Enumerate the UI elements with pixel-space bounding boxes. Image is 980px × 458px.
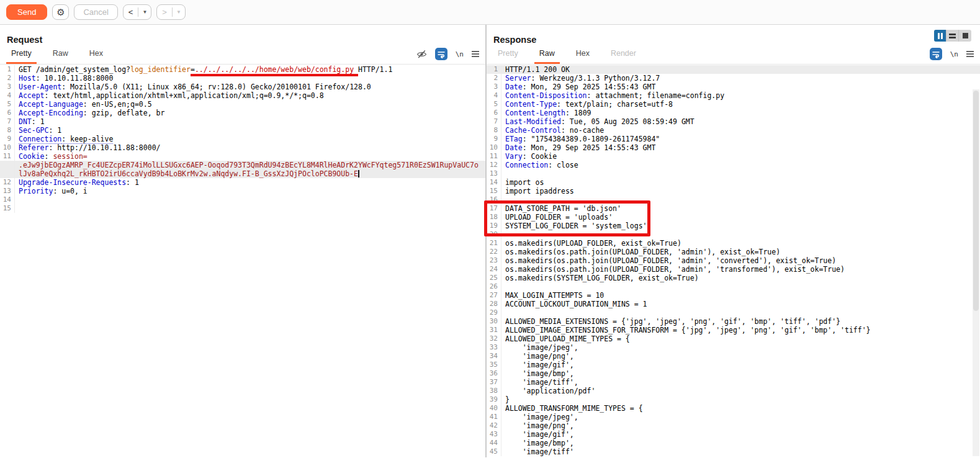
menu-icon[interactable] bbox=[472, 51, 479, 57]
code-line[interactable]: 3Date: Mon, 29 Sep 2025 14:55:43 GMT bbox=[487, 83, 980, 91]
back-navigation-button[interactable]: < ▼ bbox=[123, 4, 152, 20]
code-line[interactable]: 36 'image/bmp', bbox=[487, 369, 980, 378]
code-line[interactable]: 34 'image/png', bbox=[487, 352, 980, 361]
line-number: 2 bbox=[487, 74, 501, 83]
code-line[interactable]: 21os.makedirs(UPLOAD_FOLDER, exist_ok=Tr… bbox=[487, 239, 980, 248]
tab-hex[interactable]: Hex bbox=[84, 46, 108, 64]
code-line[interactable]: 6Content-Length: 1809 bbox=[487, 109, 980, 117]
code-line[interactable]: 22os.makedirs(os.path.join(UPLOAD_FOLDER… bbox=[487, 248, 980, 256]
tab-raw[interactable]: Raw bbox=[534, 46, 560, 64]
code-line[interactable]: 25os.makedirs(SYSTEM_LOG_FOLDER, exist_o… bbox=[487, 274, 980, 282]
forward-dropdown-icon[interactable]: ▼ bbox=[173, 9, 185, 15]
code-line[interactable]: 37 'image/tiff', bbox=[487, 378, 980, 387]
scrollbar-thumb[interactable] bbox=[973, 91, 979, 311]
code-line[interactable]: 27MAX_LOGIN_ATTEMPTS = 10 bbox=[487, 291, 980, 300]
code-text: ETag: "1754384389.0-1809-2611745984" bbox=[501, 135, 660, 143]
tab-render[interactable]: Render bbox=[606, 46, 641, 64]
code-line[interactable]: 6Accept-Encoding: gzip, deflate, br bbox=[0, 109, 485, 117]
code-line[interactable]: 2Server: Werkzeug/3.1.3 Python/3.12.7 bbox=[487, 74, 980, 83]
tab-pretty[interactable]: Pretty bbox=[493, 46, 523, 64]
code-line[interactable]: .eJw9jbEOgzAMRP_Fc4UEZcpER74iMolLLSUGxc6… bbox=[0, 161, 485, 169]
tab-raw[interactable]: Raw bbox=[48, 46, 73, 64]
code-line[interactable]: 12Upgrade-Insecure-Requests: 1 bbox=[0, 178, 485, 187]
code-line[interactable]: 4Content-Disposition: attachment; filena… bbox=[487, 91, 980, 100]
columns-layout-icon[interactable] bbox=[934, 30, 946, 42]
code-line[interactable]: lJv8aPeQxhq2L_rkHBTO2irU6ccaVydB9b4LoBKr… bbox=[0, 169, 485, 178]
code-line[interactable]: 40ALLOWED_TRANSFORM_MIME_TYPES = { bbox=[487, 404, 980, 413]
code-text: MAX_LOGIN_ATTEMPTS = 10 bbox=[501, 291, 604, 300]
code-text bbox=[15, 195, 19, 204]
cancel-button[interactable]: Cancel bbox=[74, 4, 117, 20]
code-line[interactable]: 30ALLOWED_MEDIA_EXTENSIONS = {'jpg', 'jp… bbox=[487, 317, 980, 326]
code-line[interactable]: 1GET /admin/get_system_log?log_identifie… bbox=[0, 65, 485, 74]
code-line[interactable]: 3User-Agent: Mozilla/5.0 (X11; Linux x86… bbox=[0, 83, 485, 91]
rows-layout-icon[interactable] bbox=[946, 30, 959, 42]
code-line[interactable]: 14 bbox=[0, 195, 485, 204]
code-line[interactable]: 13 bbox=[487, 169, 980, 178]
code-line[interactable]: 31ALLOWED_IMAGE_EXTENSIONS_FOR_TRANSFORM… bbox=[487, 326, 980, 335]
code-line[interactable]: 5Accept-Language: en-US,en;q=0.5 bbox=[0, 100, 485, 109]
code-line[interactable]: 4Accept: text/html,application/xhtml+xml… bbox=[0, 91, 485, 100]
code-line[interactable]: 43 'image/gif', bbox=[487, 430, 980, 439]
code-line[interactable]: 35 'image/gif', bbox=[487, 361, 980, 369]
response-editor[interactable]: 1HTTP/1.1 200 OK2Server: Werkzeug/3.1.3 … bbox=[487, 65, 980, 456]
code-line[interactable]: 8Sec-GPC: 1 bbox=[0, 126, 485, 135]
code-line[interactable]: 13Priority: u=0, i bbox=[0, 187, 485, 195]
menu-icon[interactable] bbox=[966, 51, 974, 57]
code-line[interactable]: 33 'image/jpeg', bbox=[487, 343, 980, 352]
request-editor[interactable]: 1GET /admin/get_system_log?log_identifie… bbox=[0, 65, 485, 213]
code-line[interactable]: 44 'image/bmp', bbox=[487, 439, 980, 447]
code-line[interactable]: 24os.makedirs(os.path.join(UPLOAD_FOLDER… bbox=[487, 265, 980, 274]
back-arrow-icon[interactable]: < bbox=[124, 7, 138, 17]
code-line[interactable]: 11Cookie: session= bbox=[0, 152, 485, 161]
code-line[interactable]: 12Connection: close bbox=[487, 161, 980, 169]
line-number: 2 bbox=[0, 74, 15, 83]
soft-wrap-icon[interactable] bbox=[435, 48, 447, 60]
back-dropdown-icon[interactable]: ▼ bbox=[138, 9, 151, 15]
code-line[interactable]: 32ALLOWED_UPLOAD_MIME_TYPES = { bbox=[487, 335, 980, 343]
forward-navigation-button[interactable]: > ▼ bbox=[156, 4, 186, 20]
show-newlines-icon[interactable]: \n bbox=[950, 50, 958, 58]
code-line[interactable]: 28ACCOUNT_LOCKOUT_DURATION_MINS = 1 bbox=[487, 300, 980, 308]
soft-wrap-icon[interactable] bbox=[930, 48, 942, 60]
code-line[interactable]: 17DATA_STORE_PATH = 'db.json' bbox=[487, 204, 980, 213]
code-line[interactable]: 19SYSTEM_LOG_FOLDER = 'system_logs' bbox=[487, 222, 980, 230]
code-line[interactable]: 39} bbox=[487, 395, 980, 404]
send-button[interactable]: Send bbox=[6, 4, 47, 20]
code-line[interactable]: 9Connection: keep-alive bbox=[0, 135, 485, 143]
code-line[interactable]: 10Date: Mon, 29 Sep 2025 14:55:43 GMT bbox=[487, 143, 980, 152]
forward-arrow-icon[interactable]: > bbox=[157, 7, 172, 17]
code-line[interactable]: 20 bbox=[487, 230, 980, 239]
code-line[interactable]: 14import os bbox=[487, 178, 980, 187]
code-line[interactable]: 23os.makedirs(os.path.join(UPLOAD_FOLDER… bbox=[487, 256, 980, 265]
code-line[interactable]: 45 'image/tiff' bbox=[487, 447, 980, 456]
settings-gear-button[interactable]: ⚙ bbox=[52, 4, 69, 20]
code-line[interactable]: 42 'image/png', bbox=[487, 421, 980, 430]
hide-selection-icon[interactable] bbox=[416, 50, 427, 59]
code-line[interactable]: 29 bbox=[487, 308, 980, 317]
code-line[interactable]: 16 bbox=[487, 195, 980, 204]
code-line[interactable]: 11Vary: Cookie bbox=[487, 152, 980, 161]
code-line[interactable]: 38 'application/pdf' bbox=[487, 387, 980, 395]
code-line[interactable]: 10Referer: http://10.10.11.88:8000/ bbox=[0, 143, 485, 152]
response-scrollbar[interactable] bbox=[973, 89, 979, 456]
code-line[interactable]: 18UPLOAD_FOLDER = 'uploads' bbox=[487, 213, 980, 222]
code-line[interactable]: 8Cache-Control: no-cache bbox=[487, 126, 980, 135]
code-line[interactable]: 7DNT: 1 bbox=[0, 117, 485, 126]
line-number: 20 bbox=[487, 230, 501, 239]
show-newlines-icon[interactable]: \n bbox=[456, 50, 464, 58]
code-line[interactable]: 41 'image/jpeg', bbox=[487, 413, 980, 421]
code-line[interactable]: 15import ipaddress bbox=[487, 187, 980, 195]
single-view-icon[interactable] bbox=[959, 30, 971, 42]
line-number: 30 bbox=[487, 317, 501, 326]
tab-hex[interactable]: Hex bbox=[571, 46, 595, 64]
code-line[interactable]: 15 bbox=[0, 204, 485, 213]
code-line[interactable]: 9ETag: "1754384389.0-1809-2611745984" bbox=[487, 135, 980, 143]
code-line[interactable]: 1HTTP/1.1 200 OK bbox=[487, 65, 980, 74]
code-line[interactable]: 26 bbox=[487, 282, 980, 291]
tab-pretty[interactable]: Pretty bbox=[6, 46, 37, 64]
code-line[interactable]: 7Last-Modified: Tue, 05 Aug 2025 08:59:4… bbox=[487, 117, 980, 126]
code-line[interactable]: 5Content-Type: text/plain; charset=utf-8 bbox=[487, 100, 980, 109]
line-number: 21 bbox=[487, 239, 501, 248]
code-line[interactable]: 2Host: 10.10.11.88:8000 bbox=[0, 74, 485, 83]
